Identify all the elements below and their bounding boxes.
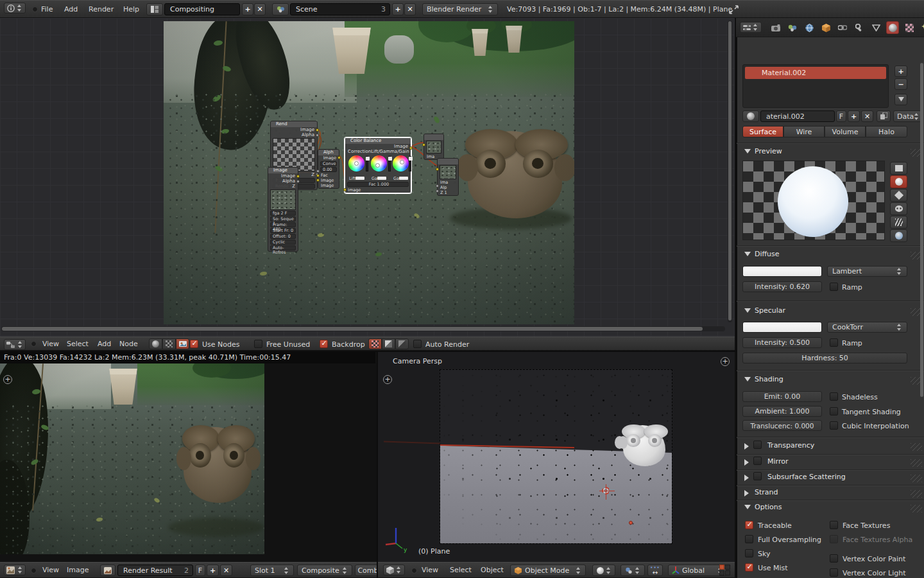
viewport-shading-dropdown[interactable] — [592, 565, 615, 576]
node-hscrollbar[interactable] — [1, 326, 725, 331]
properties-scrollbar[interactable] — [920, 63, 923, 397]
remove-material-slot-button[interactable]: − — [894, 78, 907, 90]
vertex-color-light-checkbox[interactable] — [830, 568, 838, 577]
editor-type-selector-info[interactable] — [4, 3, 26, 13]
menu-view[interactable]: View — [42, 337, 59, 350]
tangent-shading-checkbox[interactable] — [830, 407, 838, 416]
shading-ambient-slider[interactable]: Ambient: 1.000 — [742, 406, 822, 417]
fullscreen-icon[interactable] — [729, 5, 739, 14]
use-mist-checkbox[interactable] — [745, 563, 753, 572]
viewport-expand-icon-left[interactable]: + — [383, 375, 392, 384]
image-editor-expand-icon[interactable]: + — [3, 375, 12, 384]
panel-preview[interactable]: Preview — [739, 146, 924, 157]
panel-subsurface-scattering[interactable]: Subsurface Scattering — [739, 472, 924, 483]
tab-world[interactable] — [803, 21, 816, 34]
menu-add[interactable]: Add — [98, 337, 111, 350]
diffuse-ramp-checkbox[interactable] — [830, 283, 838, 291]
editor-type-selector-image[interactable] — [4, 565, 26, 575]
scene-icon-button[interactable] — [272, 3, 289, 15]
panel-diffuse[interactable]: Diffuse — [739, 249, 924, 260]
new-image-button[interactable]: + — [207, 565, 219, 576]
tab-scene[interactable] — [786, 21, 799, 34]
manipulator-toggle[interactable]: ••• ↔ — [647, 565, 663, 576]
tab-object-data[interactable] — [869, 21, 882, 34]
gamma-color-wheel[interactable] — [371, 155, 387, 171]
panel-transparency[interactable]: Transparency — [739, 441, 924, 451]
new-material-button[interactable]: + — [848, 110, 860, 122]
auto-render-checkbox[interactable] — [413, 340, 422, 348]
lift-color-wheel[interactable] — [348, 155, 364, 171]
image-datablock-icon-button[interactable] — [100, 565, 116, 576]
copy-material-button[interactable] — [877, 110, 891, 122]
image-name-field[interactable]: Render Result 2 — [117, 565, 193, 576]
sky-checkbox[interactable] — [745, 549, 753, 557]
tab-render[interactable] — [769, 21, 782, 34]
face-textures-checkbox[interactable] — [830, 521, 838, 529]
material-browse-button[interactable] — [742, 110, 759, 122]
viewport-3d[interactable]: Camera Persp (0) Plane + + y — [378, 352, 735, 562]
orientation-dropdown[interactable]: Global — [668, 565, 727, 576]
backdrop-color-alpha-toggle[interactable] — [368, 338, 382, 349]
shadeless-checkbox[interactable] — [830, 392, 838, 401]
specular-ramp-checkbox[interactable] — [830, 338, 838, 347]
material-type-volume[interactable]: Volume — [825, 126, 866, 137]
panel-strand[interactable]: Strand — [739, 487, 924, 498]
tab-texture[interactable] — [903, 21, 916, 34]
free-unused-checkbox[interactable] — [254, 340, 262, 348]
node-image[interactable]: Image Image Alpha Z fga 2 F So: Seque 1 … — [268, 167, 298, 252]
panel-mirror[interactable]: Mirror — [739, 457, 924, 468]
scene-name-field[interactable]: Scene 3 — [290, 3, 390, 15]
material-slot-list[interactable]: Material.002 — [742, 64, 889, 108]
preview-monkey-button[interactable] — [890, 202, 907, 215]
preview-world-sphere-button[interactable] — [890, 229, 907, 242]
backdrop-checkbox[interactable] — [320, 340, 328, 348]
menu-file[interactable]: File — [41, 1, 53, 17]
preview-hair-button[interactable] — [890, 216, 907, 229]
tab-modifiers[interactable] — [853, 21, 866, 34]
slot-dropdown[interactable]: Slot 1 — [250, 565, 294, 576]
shading-translucency-slider[interactable]: Translucenc: 0.000 — [742, 420, 822, 431]
node-composite[interactable]: Ima Alp Z 1 — [437, 158, 459, 196]
pivot-dropdown[interactable] — [620, 565, 645, 576]
vertex-color-paint-checkbox[interactable] — [830, 554, 838, 563]
texture-nodes-toggle[interactable] — [162, 338, 176, 349]
render-engine-dropdown[interactable]: Blender Render — [422, 3, 498, 15]
layer-selector[interactable] — [719, 565, 730, 575]
material-name-field[interactable]: aterial.002 — [760, 110, 835, 122]
pin-toggle-icon[interactable] — [411, 568, 417, 574]
delete-scene-button[interactable]: ✕ — [404, 3, 416, 15]
tab-material[interactable] — [886, 21, 899, 34]
window-dedup-icon[interactable] — [32, 6, 38, 12]
tab-constraints[interactable] — [836, 21, 849, 34]
screen-layout-icon-button[interactable] — [146, 3, 163, 15]
specular-color-swatch[interactable] — [742, 322, 822, 333]
panel-specular[interactable]: Specular — [739, 306, 924, 317]
menu-node[interactable]: Node — [119, 337, 138, 350]
specular-shader-dropdown[interactable]: CookTorr — [827, 322, 907, 333]
diffuse-shader-dropdown[interactable]: Lambert — [827, 266, 907, 277]
material-type-surface[interactable]: Surface — [742, 126, 783, 137]
material-type-halo[interactable]: Halo — [866, 126, 907, 137]
menu-view[interactable]: View — [42, 563, 59, 577]
unlink-image-button[interactable]: ✕ — [220, 565, 232, 576]
screen-name-field[interactable]: Compositing — [164, 3, 240, 15]
face-textures-alpha-checkbox[interactable] — [830, 535, 838, 543]
tab-object[interactable] — [819, 21, 832, 34]
menu-view[interactable]: View — [422, 563, 438, 577]
transparency-checkbox[interactable] — [753, 441, 762, 449]
menu-select[interactable]: Select — [67, 337, 89, 350]
menu-add[interactable]: Add — [64, 1, 78, 17]
add-scene-button[interactable]: + — [392, 3, 404, 15]
node-editor-canvas[interactable]: Rend Image Alpha Z ? ..one Rende 1 Image… — [0, 18, 735, 337]
sss-checkbox[interactable] — [753, 472, 762, 480]
full-oversampling-checkbox[interactable] — [745, 535, 753, 543]
menu-select[interactable]: Select — [450, 563, 472, 577]
specular-hardness-slider[interactable]: Hardness: 50 — [742, 353, 907, 363]
diffuse-color-swatch[interactable] — [742, 266, 822, 277]
area-divider[interactable] — [0, 351, 736, 352]
node-color-balance[interactable]: Color Balance Image Correction Lift/Gamm… — [345, 137, 411, 193]
fake-user-button[interactable]: F — [195, 565, 205, 576]
diffuse-intensity-slider[interactable]: Intensity: 0.620 — [742, 281, 822, 292]
material-specials-button[interactable] — [894, 94, 907, 105]
backdrop-alpha-toggle[interactable] — [382, 338, 395, 349]
